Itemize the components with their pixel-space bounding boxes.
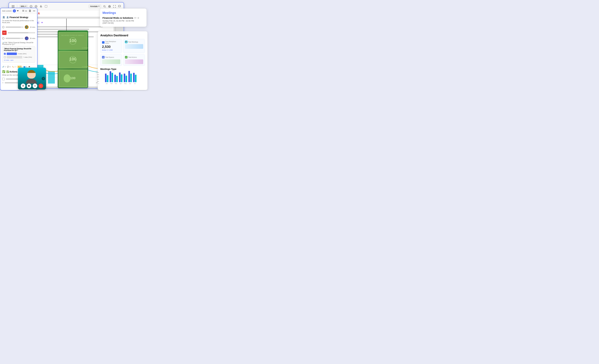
meetings-popup: Meetings Financial Risks & Solutions •••… (100, 9, 147, 27)
comment-icon[interactable] (118, 5, 121, 8)
link-icon[interactable]: 🔗 2 (2, 66, 6, 68)
more-options-icon[interactable]: ••• (33, 10, 35, 12)
money-image: 100 THE UNITED STATES OF AMERICA LG 505B… (58, 30, 88, 88)
agenda-item-2-avatar: 👤 (25, 36, 28, 40)
bar-may: May (124, 74, 127, 84)
annotate-label: Annotate (90, 5, 98, 8)
analytics-card-users: 👥 Total Meetplace Users 2,530 Active ⓘ 1… (100, 39, 122, 53)
bar-jul: Jul (133, 73, 136, 84)
users-card-icon: 👥 (102, 41, 105, 44)
agenda-item-1-avatar: 👤 (25, 25, 28, 29)
person-face-lower (27, 73, 36, 78)
view-toggle-icon[interactable]: (6) (22, 10, 27, 12)
analytics-users-label: 👥 Total Meetplace Users (102, 41, 120, 44)
analytics-users-sub: Active ⓘ 1,530 (102, 49, 120, 51)
poll-status[interactable]: open (10, 59, 14, 61)
bar-jun: Jun (128, 71, 132, 84)
add-content-label: Add content: (2, 10, 12, 12)
svg-rect-8 (45, 5, 47, 8)
analytics-card-actions: ✅ Total Actions (123, 54, 145, 66)
svg-rect-25 (23, 11, 24, 11)
meeting-item-title: Financial Risks & Solutions ••• ☆ (103, 17, 144, 19)
end-call-button[interactable] (38, 84, 43, 88)
svg-rect-28 (29, 11, 31, 12)
meeting-favorite-icon[interactable]: ☆ (137, 17, 139, 19)
agenda-item-2-time: 30 mins (30, 38, 35, 39)
sidebar-toggle-icon[interactable] (11, 5, 15, 8)
person-shoulders (26, 79, 37, 84)
meetings-popup-title: Meetings (103, 11, 144, 15)
fullscreen-icon[interactable] (113, 5, 116, 8)
notes-footer-icons: 🔗 2 💬 2 🏷️ 2 😀 3 👥 2 👁️ (2, 64, 35, 68)
agenda-item-1-bar (6, 26, 24, 28)
meeting-more-icon[interactable]: ••• (134, 17, 136, 19)
agenda-item-1-radio[interactable] (2, 26, 4, 28)
zoom-in-icon[interactable] (34, 5, 38, 8)
badge-count: (6) (25, 10, 27, 12)
selection-icon[interactable] (44, 5, 48, 8)
poll-section: "Which Financial Strategy Should Be Prio… (2, 46, 35, 63)
action-item-1-checkbox[interactable] (2, 78, 5, 80)
poll-option-1-checkbox[interactable] (4, 53, 6, 55)
poll-label: 📊 Poll: "Which Financial Strategy Should… (2, 42, 35, 45)
poll-question: "Which Financial Strategy Should Be Prio… (4, 48, 34, 51)
agenda-item-2: 👤 30 mins (2, 36, 35, 40)
meetings-bar-chart-container: 1,000 800 600 400 200 0 Jan (100, 72, 145, 87)
svg-rect-14 (118, 5, 121, 7)
actions-card-icon: ✅ (125, 56, 127, 59)
svg-text:THE UNITED STATES OF AMERICA: THE UNITED STATES OF AMERICA (61, 35, 84, 36)
meetings-chart-mini (125, 44, 143, 49)
poll-option-1: 3 votes (30%) (4, 52, 34, 55)
agenda-item-1: 👤 10 mins (2, 25, 35, 29)
bar-apr: Apr (119, 72, 123, 84)
add-content-plus-button[interactable]: + (13, 9, 16, 12)
camera-button[interactable] (27, 84, 31, 88)
svg-rect-20 (48, 71, 55, 84)
add-content-chevron-icon[interactable] (17, 10, 19, 11)
financial-strategy-subtitle: To review the financial performance in t… (2, 20, 35, 23)
actions-chart-mini (125, 59, 143, 64)
meetings-type-title: Meetings Type (100, 68, 145, 70)
poll-option-2-votes: 7 votes (70%) (23, 56, 32, 58)
svg-rect-22 (22, 10, 23, 11)
svg-rect-26 (29, 10, 31, 10)
grid-view-icon[interactable] (29, 10, 31, 12)
pan-icon[interactable] (39, 5, 43, 8)
zoom-out-icon[interactable] (29, 5, 33, 8)
comment-count-icon[interactable]: 💬 2 (7, 66, 11, 68)
tag-icon[interactable]: 🏷️ 2 (12, 66, 16, 68)
money-background: 100 THE UNITED STATES OF AMERICA LG 505B… (58, 30, 88, 88)
svg-text:100: 100 (70, 76, 75, 80)
annotate-button[interactable]: Annotate (88, 5, 101, 8)
print-icon[interactable] (108, 5, 111, 8)
more-options-button[interactable]: ••• (33, 84, 37, 88)
bar-chart: Jan Feb Mar (105, 72, 145, 87)
zoom-control[interactable]: 94% (19, 5, 28, 8)
analytics-grid: 👥 Total Meetplace Users 2,530 Active ⓘ 1… (100, 39, 145, 66)
analytics-users-value: 2,530 (102, 45, 120, 49)
toolbar-divider-1 (17, 5, 17, 8)
analytics-card-spaces: 🏢 Total Spaces (100, 54, 122, 66)
svg-rect-24 (22, 11, 23, 11)
agenda-item-2-bar (6, 38, 24, 39)
svg-rect-2 (12, 7, 15, 8)
svg-rect-44 (23, 85, 23, 86)
meetings-card-icon: 📅 (125, 41, 127, 43)
svg-text:LG 505B349 4A: LG 505B349 4A (82, 47, 88, 49)
bar-feb: Feb (110, 71, 113, 84)
pdf-file-icon[interactable]: PDF (2, 31, 7, 35)
mute-button[interactable] (21, 84, 26, 88)
poll-footer: 10 votes · open (4, 59, 34, 61)
agenda-item-2-radio[interactable] (2, 37, 4, 39)
magic-icon[interactable]: ✦ (41, 21, 43, 24)
meeting-item-time: Sunday Feb 15, 01:00 PM - 02:00 PM (GMT+… (103, 20, 144, 24)
search-icon[interactable] (103, 5, 106, 8)
svg-rect-46 (28, 85, 29, 87)
poll-option-2-checkbox[interactable] (4, 56, 6, 58)
svg-rect-0 (12, 5, 15, 6)
meetings-type-section: Meetings Type 1,000 800 600 400 200 0 Ja… (100, 68, 145, 87)
video-collapse-button[interactable]: ‹ (42, 77, 45, 80)
svg-rect-1 (12, 6, 15, 7)
svg-rect-23 (23, 10, 24, 11)
video-controls: ••• (18, 84, 46, 88)
